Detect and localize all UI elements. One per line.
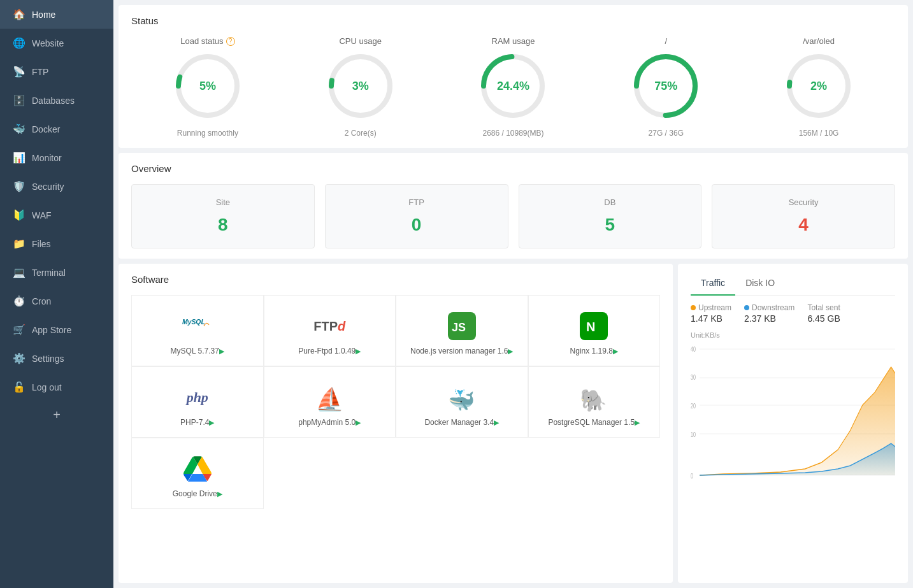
sidebar-item-cron-label: Cron	[32, 296, 51, 306]
software-name-2: Node.js version manager 1.6▶	[410, 347, 513, 355]
gauge-sub-2: 2686 / 10989(MB)	[482, 129, 543, 138]
overview-card-site[interactable]: Site8	[131, 184, 315, 248]
gauge-circle-3: 75%	[631, 51, 701, 121]
software-item-ftp[interactable]: FTPdPure-Ftpd 1.0.49▶	[264, 295, 396, 366]
home-icon: 🏠	[13, 8, 25, 20]
bottom-split: Software MySQLMySQL 5.7.37▶FTPdPure-Ftpd…	[119, 264, 908, 583]
downstream-stat: Downstream 2.37 KB	[744, 303, 794, 324]
gauge-label-0: Load status?	[180, 36, 234, 46]
chart-unit-label: Unit:KB/s	[691, 331, 895, 339]
software-name-0: MySQL 5.7.37▶	[171, 347, 224, 355]
sidebar-item-security[interactable]: 🛡️ Security	[0, 172, 113, 201]
phpmyadmin-icon: ⛵	[314, 382, 345, 413]
appstore-icon: 🛒	[13, 324, 25, 336]
sidebar-item-terminal[interactable]: 💻 Terminal	[0, 258, 113, 287]
info-icon[interactable]: ?	[226, 37, 235, 46]
svg-text:30: 30	[691, 373, 696, 381]
software-grid: MySQLMySQL 5.7.37▶FTPdPure-Ftpd 1.0.49▶J…	[131, 295, 660, 509]
traffic-tabs: Traffic Disk IO	[691, 274, 895, 296]
postgresql-icon: 🐘	[579, 382, 609, 413]
main-content: Status Load status? 5%Running smoothlyCP…	[113, 0, 913, 588]
software-name-3: Nginx 1.19.8▶	[570, 347, 618, 355]
sidebar-item-docker-label: Docker	[32, 124, 60, 134]
gauge-circle-4: 2%	[784, 51, 854, 121]
sidebar-item-logout-label: Log out	[32, 382, 62, 392]
tab-diskio[interactable]: Disk IO	[735, 274, 785, 296]
downstream-value: 2.37 KB	[744, 313, 794, 324]
total-sent-value: 6.45 GB	[807, 313, 840, 324]
sidebar-item-databases[interactable]: 🗄️ Databases	[0, 86, 113, 115]
sidebar-item-settings[interactable]: ⚙️ Settings	[0, 344, 113, 373]
sidebar-item-waf[interactable]: 🔰 WAF	[0, 201, 113, 229]
software-item-nodejs[interactable]: JSNode.js version manager 1.6▶	[396, 295, 528, 366]
status-section: Status Load status? 5%Running smoothlyCP…	[119, 5, 908, 148]
gauge-label-1: CPU usage	[339, 36, 381, 46]
software-item-phpmyadmin[interactable]: ⛵phpMyAdmin 5.0▶	[264, 366, 396, 438]
software-name-4: PHP-7.4▶	[180, 418, 214, 427]
total-sent-stat: Total sent 6.45 GB	[807, 303, 840, 324]
gauge-circle-1: 3%	[326, 51, 396, 121]
sidebar-item-appstore[interactable]: 🛒 App Store	[0, 315, 113, 344]
databases-icon: 🗄️	[13, 94, 25, 106]
gauge-sub-1: 2 Core(s)	[345, 129, 377, 138]
sidebar-item-settings-label: Settings	[32, 354, 64, 364]
sidebar-item-logout[interactable]: 🔓 Log out	[0, 373, 113, 401]
terminal-icon: 💻	[13, 266, 25, 278]
sidebar-item-website[interactable]: 🌐 Website	[0, 29, 113, 57]
downstream-label: Downstream	[744, 303, 794, 312]
sidebar-item-databases-label: Databases	[32, 96, 75, 106]
docker-icon: 🐳	[13, 123, 25, 135]
docker-icon: 🐳	[447, 382, 477, 413]
overview-card-ftp[interactable]: FTP0	[325, 184, 508, 248]
traffic-section: Traffic Disk IO Upstream 1.47 KB Downstr…	[678, 264, 908, 583]
software-item-php[interactable]: phpPHP-7.4▶	[131, 366, 264, 438]
sidebar-item-appstore-label: App Store	[32, 325, 71, 335]
sidebar-item-monitor[interactable]: 📊 Monitor	[0, 143, 113, 172]
sidebar-item-files-label: Files	[32, 239, 51, 249]
overview-cards: Site8FTP0DB5Security4	[131, 184, 895, 248]
software-item-gdrive[interactable]: Google Drive▶	[131, 438, 264, 509]
software-name-6: Docker Manager 3.4▶	[424, 418, 499, 427]
traffic-stats: Upstream 1.47 KB Downstream 2.37 KB Tota…	[691, 303, 895, 324]
gauge-circle-0: 5%	[173, 51, 243, 121]
sidebar-add-button[interactable]: +	[0, 401, 113, 429]
overview-card-security[interactable]: Security4	[712, 184, 895, 248]
sidebar-item-docker[interactable]: 🐳 Docker	[0, 115, 113, 143]
cron-icon: ⏱️	[13, 295, 25, 307]
software-item-postgresql[interactable]: 🐘PostgreSQL Manager 1.5▶	[528, 366, 661, 438]
sidebar-item-files[interactable]: 📁 Files	[0, 229, 113, 258]
overview-card-db[interactable]: DB5	[519, 184, 702, 248]
overview-card-label-3: Security	[789, 197, 819, 207]
gauge-sub-0: Running smoothly	[177, 129, 238, 138]
overview-card-label-1: FTP	[408, 197, 424, 207]
gauge-load-status: Load status? 5%Running smoothly	[173, 36, 243, 138]
software-item-nginx[interactable]: NNginx 1.19.8▶	[528, 295, 661, 366]
software-item-docker[interactable]: 🐳Docker Manager 3.4▶	[396, 366, 528, 438]
sidebar-item-ftp[interactable]: 📡 FTP	[0, 57, 113, 86]
gauge-value-3: 75%	[654, 80, 677, 93]
waf-icon: 🔰	[13, 209, 25, 221]
sidebar-item-home[interactable]: 🏠 Home	[0, 0, 113, 29]
overview-card-value-2: 5	[605, 215, 615, 235]
ftp-icon: FTPd	[314, 311, 345, 341]
sidebar: 🏠 Home 🌐 Website 📡 FTP 🗄️ Databases 🐳 Do…	[0, 0, 113, 588]
gauge--var-oled: /var/oled 2%156M / 10G	[784, 36, 854, 138]
sidebar-item-cron[interactable]: ⏱️ Cron	[0, 287, 113, 315]
overview-card-value-3: 4	[798, 215, 809, 235]
status-gauges: Load status? 5%Running smoothlyCPU usage…	[131, 36, 895, 138]
gauge-value-2: 24.4%	[497, 80, 529, 93]
gauge-value-0: 5%	[199, 80, 216, 93]
sidebar-item-home-label: Home	[32, 10, 55, 20]
svg-text:10: 10	[691, 431, 696, 438]
software-name-5: phpMyAdmin 5.0▶	[298, 418, 361, 427]
traffic-chart-svg: 40 30 20 10 0	[691, 341, 895, 482]
svg-text:MySQL: MySQL	[182, 319, 205, 326]
ftp-icon: 📡	[13, 66, 25, 78]
nginx-icon: N	[579, 311, 609, 341]
software-item-mysql[interactable]: MySQLMySQL 5.7.37▶	[131, 295, 264, 366]
tab-traffic[interactable]: Traffic	[691, 274, 735, 296]
svg-text:0: 0	[691, 472, 693, 480]
overview-card-value-0: 8	[218, 215, 228, 235]
sidebar-item-monitor-label: Monitor	[32, 153, 62, 163]
overview-section: Overview Site8FTP0DB5Security4	[119, 153, 908, 259]
